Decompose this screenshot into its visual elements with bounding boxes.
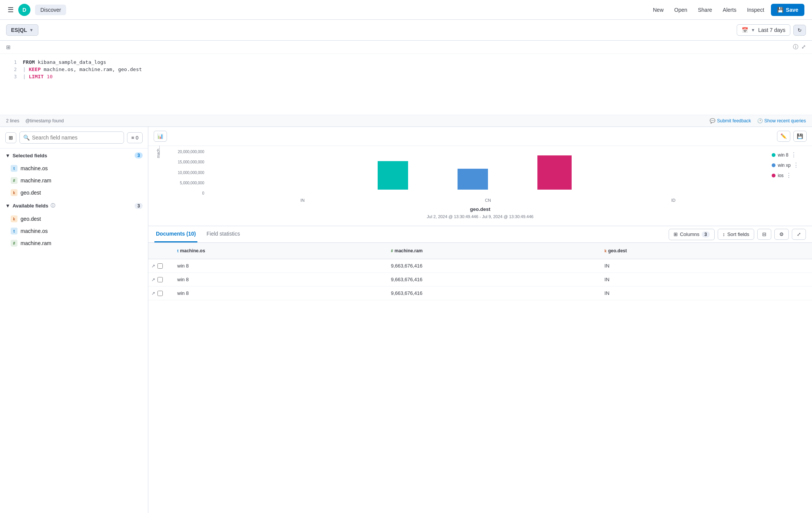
selected-fields-title: ▼ Selected fields	[5, 153, 47, 158]
field-type-text-icon: t	[11, 228, 17, 234]
sidebar-toolbar: ⊞ 🔍 ≡ 0	[0, 127, 148, 149]
save-button[interactable]: 💾 Save	[771, 4, 804, 16]
columns-button[interactable]: ⊞ Columns 3	[669, 229, 715, 240]
legend-dot	[772, 163, 775, 167]
legend-label: ios	[778, 173, 783, 178]
field-item-geo-dest-selected[interactable]: k geo.dest	[0, 187, 148, 199]
selected-fields-section: ▼ Selected fields 3 t machine.os # machi…	[0, 149, 148, 199]
discover-button[interactable]: Discover	[35, 5, 66, 15]
bar-cn-winxp[interactable]	[458, 169, 488, 190]
refresh-icon: ↻	[798, 27, 802, 33]
chart-toolbar-right: ✏️ 💾	[777, 131, 807, 142]
field-item-machine-ram-selected[interactable]: # machine.ram	[0, 174, 148, 187]
x-label-id: ID	[671, 198, 675, 203]
sidebar: ⊞ 🔍 ≡ 0 ▼ Selected fields 3 t ma	[0, 127, 148, 513]
sort-fields-button[interactable]: ↕ Sort fields	[718, 229, 754, 240]
table-expand-button[interactable]: ⤢	[792, 229, 806, 240]
selected-fields-header[interactable]: ▼ Selected fields 3	[0, 149, 148, 162]
columns-count: 3	[702, 231, 710, 238]
code-editor[interactable]: 1 FROM kibana_sample_data_logs 2 | KEEP …	[0, 54, 812, 115]
bar-in-win8[interactable]	[378, 161, 408, 190]
chart-save-button[interactable]: 💾	[793, 131, 807, 142]
selected-fields-count: 3	[135, 152, 143, 158]
query-bar: ES|QL ▼ 📅 ▼ Last 7 days ↻	[0, 20, 812, 41]
expand-row-button[interactable]: ↗	[151, 277, 155, 282]
x-axis-labels: IN CN ID	[210, 196, 766, 204]
field-item-machine-os-available[interactable]: t machine.os	[0, 225, 148, 237]
bar-id-ios[interactable]	[537, 155, 572, 190]
chevron-down-icon: ▼	[29, 28, 33, 32]
available-fields-title: ▼ Available fields ⓘ	[5, 203, 55, 209]
date-picker[interactable]: 📅 ▼ Last 7 days	[737, 24, 791, 36]
field-item-machine-os-selected[interactable]: t machine.os	[0, 162, 148, 174]
chart-inner: mach... 20,000,000,000 15,000,000,000 10…	[154, 150, 806, 204]
field-type-text-icon: t	[177, 249, 178, 253]
submit-feedback-label: Submit feedback	[717, 118, 751, 124]
tab-field-statistics[interactable]: Field statistics	[205, 226, 242, 242]
row-checkbox[interactable]	[157, 263, 163, 269]
inspect-button[interactable]: Inspect	[743, 5, 768, 15]
sort-label: Sort fields	[727, 231, 749, 237]
chart-x-axis-title: geo.dest	[154, 206, 806, 212]
legend-menu-icon[interactable]: ⋮	[793, 162, 799, 169]
show-recent-queries-button[interactable]: 🕐 Show recent queries	[757, 118, 806, 124]
legend-menu-icon[interactable]: ⋮	[791, 151, 797, 158]
editor-toolbar: ⊞ ⓘ ⤢	[0, 41, 812, 54]
available-fields-header[interactable]: ▼ Available fields ⓘ 3	[0, 199, 148, 213]
new-button[interactable]: New	[649, 5, 667, 15]
chart-date-range: Jul 2, 2024 @ 13:30:49.446 - Jul 9, 2024…	[154, 214, 806, 219]
timestamp-status: @timestamp found	[25, 118, 64, 124]
field-type-keyword-icon: k	[11, 189, 17, 196]
status-left: 2 lines @timestamp found	[6, 118, 64, 124]
available-fields-count: 3	[135, 203, 143, 209]
nav-right: New Open Share Alerts Inspect 💾 Save	[649, 4, 804, 16]
recent-queries-label: Show recent queries	[764, 118, 806, 124]
table-settings-button[interactable]: ⚙	[774, 229, 789, 240]
clock-icon: 🕐	[757, 118, 763, 124]
selected-fields-label: Selected fields	[13, 153, 47, 158]
cell-geo-dest: IN	[598, 273, 812, 286]
expand-row-button[interactable]: ↗	[151, 263, 155, 269]
field-name: geo.dest	[21, 216, 41, 222]
legend-menu-icon[interactable]: ⋮	[786, 172, 792, 179]
sidebar-toggle-button[interactable]: ⊞	[5, 132, 16, 143]
th-geo-dest: k geo.dest	[598, 246, 812, 256]
language-label: ES|QL	[11, 27, 27, 33]
legend-dot	[772, 153, 775, 157]
submit-feedback-button[interactable]: 💬 Submit feedback	[710, 118, 751, 124]
calendar-icon: 📅	[742, 27, 748, 33]
chart-legend: win 8 ⋮ win xp ⋮ ios ⋮	[772, 150, 806, 179]
column-label: geo.dest	[608, 248, 627, 253]
grid-icon: ⊟	[762, 231, 766, 237]
save-icon: 💾	[797, 133, 803, 139]
table-header: t machine.os # machine.ram k geo.dest	[148, 243, 812, 259]
field-item-machine-ram-available[interactable]: # machine.ram	[0, 237, 148, 249]
tab-documents[interactable]: Documents (10)	[154, 226, 197, 242]
field-name: machine.ram	[21, 177, 51, 184]
y-axis: 20,000,000,000 15,000,000,000 10,000,000…	[168, 150, 204, 195]
row-checkbox[interactable]	[157, 291, 163, 296]
filter-button[interactable]: ≡ 0	[127, 132, 143, 143]
table-view-button[interactable]: ⊟	[757, 229, 771, 240]
share-button[interactable]: Share	[694, 5, 716, 15]
y-axis-label: 0	[168, 191, 204, 195]
query-bar-right: 📅 ▼ Last 7 days ↻	[737, 24, 806, 36]
editor-area: ⊞ ⓘ ⤢ 1 FROM kibana_sample_data_logs 2 |…	[0, 41, 812, 127]
open-button[interactable]: Open	[671, 5, 691, 15]
search-icon: 🔍	[23, 135, 30, 141]
search-field-input[interactable]	[19, 131, 124, 144]
chevron-down-icon: ▼	[751, 28, 755, 32]
y-axis-label: 15,000,000,000	[168, 160, 204, 164]
chart-type-button[interactable]: 📊	[154, 131, 167, 142]
hamburger-icon[interactable]: ☰	[8, 6, 14, 14]
expand-row-button[interactable]: ↗	[151, 291, 155, 296]
alerts-button[interactable]: Alerts	[719, 5, 740, 15]
chart-edit-button[interactable]: ✏️	[777, 131, 790, 142]
field-name: geo.dest	[21, 190, 41, 196]
language-selector[interactable]: ES|QL ▼	[6, 24, 38, 36]
field-item-geo-dest-available[interactable]: k geo.dest	[0, 213, 148, 225]
row-checkbox[interactable]	[157, 277, 163, 282]
refresh-button[interactable]: ↻	[793, 25, 806, 36]
x-label-cn: CN	[485, 198, 491, 203]
code-content: FROM kibana_sample_data_logs	[23, 59, 106, 65]
